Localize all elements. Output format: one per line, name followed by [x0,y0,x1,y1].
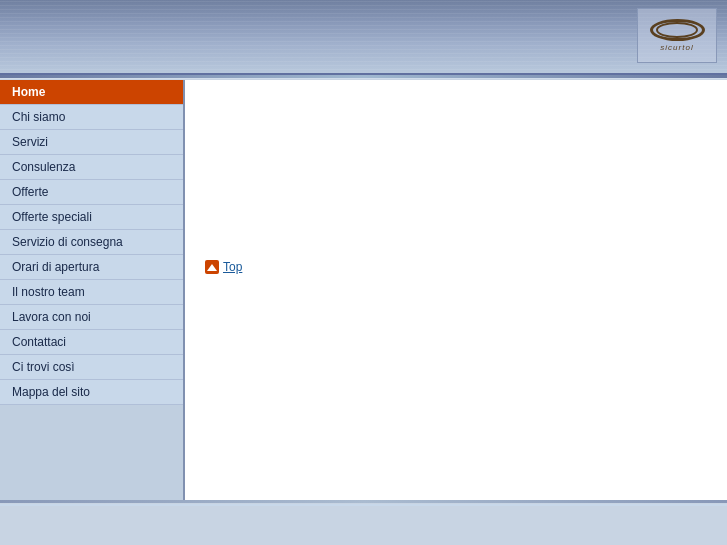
arrow-up-icon [207,264,217,271]
top-link-area: Top [205,260,707,274]
logo-area: sicurtol [637,8,717,63]
footer-line-2 [0,504,727,506]
sidebar-item-ci-trovi-così[interactable]: Ci trovi così [0,355,183,380]
sidebar-item-offerte[interactable]: Offerte [0,180,183,205]
sidebar-item-contattaci[interactable]: Contattaci [0,330,183,355]
sidebar-item-home[interactable]: Home [0,80,183,105]
sidebar: HomeChi siamoServiziConsulenzaOfferteOff… [0,80,185,500]
sidebar-item-chi-siamo[interactable]: Chi siamo [0,105,183,130]
sidebar-item-consulenza[interactable]: Consulenza [0,155,183,180]
top-arrow-icon [205,260,219,274]
footer-separator [0,500,727,506]
sidebar-item-offerte-speciali[interactable]: Offerte speciali [0,205,183,230]
header-separator [0,75,727,79]
main-layout: HomeChi siamoServiziConsulenzaOfferteOff… [0,80,727,500]
sidebar-item-lavora-con-noi[interactable]: Lavora con noi [0,305,183,330]
footer-line-1 [0,500,727,503]
content-area: Top [185,80,727,500]
top-link[interactable]: Top [223,260,242,274]
sidebar-item-servizio-di-consegna[interactable]: Servizio di consegna [0,230,183,255]
sidebar-item-il-nostro-team[interactable]: Il nostro team [0,280,183,305]
header-stripes [0,0,727,73]
sidebar-item-orari-di-apertura[interactable]: Orari di apertura [0,255,183,280]
sidebar-item-mappa-del-sito[interactable]: Mappa del sito [0,380,183,405]
header: sicurtol [0,0,727,75]
logo-text: sicurtol [660,43,693,52]
sidebar-item-servizi[interactable]: Servizi [0,130,183,155]
separator-line-bottom [0,78,727,79]
logo-oval-icon [650,19,705,41]
